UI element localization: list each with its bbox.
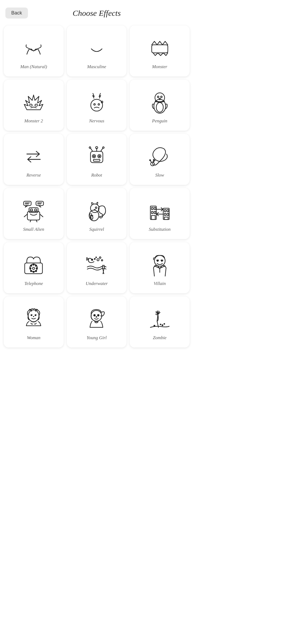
svg-line-21 [101,148,103,151]
man-natural-label: Man (Natural) [20,64,47,69]
effect-card-villain[interactable]: Villain [130,242,190,293]
svg-point-92 [154,325,155,326]
young-girl-label: Young Girl [87,335,107,341]
villain-label: Villain [154,281,166,286]
svg-point-1 [30,104,32,106]
telephone-label: Telephone [24,281,43,286]
masculine-icon [83,34,110,61]
svg-point-74 [94,258,95,259]
svg-point-2 [35,104,38,106]
svg-point-80 [28,310,39,322]
svg-rect-57 [167,213,169,215]
svg-point-64 [35,270,37,272]
svg-point-82 [35,315,36,316]
svg-point-75 [96,257,96,258]
svg-point-27 [153,159,154,160]
svg-point-79 [161,260,162,261]
reverse-icon [20,142,47,169]
effect-card-reverse[interactable]: Reverse [4,134,64,185]
effect-card-squirrel[interactable]: Squirrel [67,188,127,239]
svg-point-44 [95,207,97,208]
svg-point-3 [91,99,103,111]
back-button[interactable]: Back [5,8,28,19]
svg-rect-51 [154,211,156,214]
svg-point-70 [91,259,93,261]
monster2-icon [20,88,47,115]
masculine-label: Masculine [87,64,106,69]
monster-icon [146,34,173,61]
svg-rect-33 [36,201,44,206]
effect-card-substitution[interactable]: Substitution [130,188,190,239]
effect-card-telephone[interactable]: Telephone [4,242,64,293]
monster2-label: Monster 2 [24,118,43,124]
zombie-label: Zombie [153,335,166,341]
svg-rect-0 [152,45,168,53]
zombie-icon [146,305,173,332]
telephone-icon [20,251,47,278]
effect-card-small-alien[interactable]: Small Alien [4,188,64,239]
effect-card-monster2[interactable]: Monster 2 [4,80,64,131]
robot-label: Robot [91,173,102,178]
effect-card-masculine[interactable]: Masculine [67,25,127,76]
svg-point-90 [164,324,165,324]
underwater-label: Underwater [86,281,108,286]
monster-label: Monster [152,64,167,69]
svg-line-38 [24,214,27,217]
nervous-icon [83,88,110,115]
slow-icon [146,142,173,169]
villain-icon [146,251,173,278]
svg-line-19 [90,148,93,151]
effect-card-young-girl[interactable]: Young Girl [67,297,127,347]
svg-line-39 [40,214,43,217]
svg-point-15 [99,156,100,157]
small-alien-label: Small Alien [23,227,44,232]
svg-point-62 [35,265,37,266]
svg-point-7 [156,103,163,112]
svg-point-78 [157,260,158,261]
effect-card-monster[interactable]: Monster [130,25,190,76]
svg-rect-52 [151,215,155,219]
svg-point-20 [89,147,91,148]
effect-card-man-natural[interactable]: Man (Natural) [4,25,64,76]
svg-rect-16 [93,159,100,161]
svg-point-25 [150,160,151,161]
svg-point-22 [103,147,104,148]
svg-point-68 [31,265,32,266]
svg-point-88 [96,317,97,317]
svg-rect-55 [167,210,169,212]
svg-point-14 [93,156,95,157]
effect-card-penguin[interactable]: Penguin [130,80,190,131]
svg-point-18 [96,147,98,149]
svg-point-10 [161,96,162,98]
svg-rect-48 [151,207,153,210]
small-alien-icon [20,197,47,224]
svg-point-4 [94,104,95,105]
effect-card-underwater[interactable]: Underwater [67,242,127,293]
svg-point-63 [36,268,38,269]
man-natural-icon [20,34,47,61]
effect-card-zombie[interactable]: Zombie [130,297,190,347]
svg-rect-58 [164,217,168,219]
penguin-label: Penguin [152,118,167,124]
svg-rect-31 [35,209,37,211]
svg-point-9 [157,96,159,98]
svg-point-69 [32,267,35,269]
page-title: Choose Effects [73,9,121,18]
svg-point-5 [98,104,100,105]
effect-card-woman[interactable]: Woman [4,297,64,347]
effect-card-nervous[interactable]: Nervous [67,80,127,131]
effect-card-slow[interactable]: Slow [130,134,190,185]
effects-grid: Man (Natural) Masculine Monster [0,23,193,356]
nervous-label: Nervous [89,118,104,124]
svg-point-91 [160,324,161,325]
svg-point-66 [31,270,32,272]
svg-point-65 [33,271,34,273]
slow-label: Slow [155,173,164,178]
svg-point-87 [98,315,99,316]
svg-rect-50 [151,211,153,214]
effect-card-robot[interactable]: Robot [67,134,127,185]
svg-rect-54 [164,210,166,212]
robot-icon [83,142,110,169]
svg-point-73 [101,260,103,261]
svg-point-89 [162,325,163,326]
